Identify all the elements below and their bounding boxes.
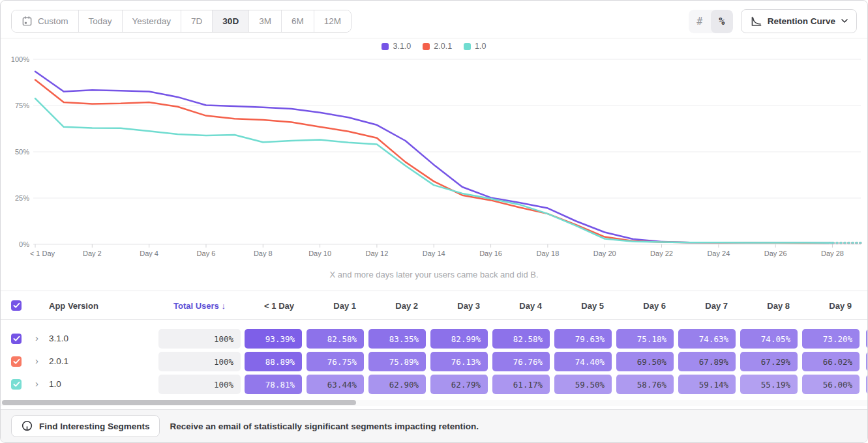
calendar-icon — [22, 16, 33, 27]
retention-cell[interactable]: 74.05% — [740, 329, 798, 349]
retention-cell[interactable]: 55.19% — [740, 375, 798, 394]
retention-cell[interactable]: 76.76% — [492, 352, 550, 371]
total-users-cell: 100% — [158, 375, 241, 394]
expand-chevron-icon[interactable]: › — [35, 332, 38, 343]
retention-cell[interactable]: 61.17% — [492, 375, 550, 394]
column-header--1-day[interactable]: < 1 Day — [245, 301, 294, 311]
legend-item-2.0.1[interactable]: 2.0.1 — [423, 42, 452, 51]
table-row-2.0.1[interactable]: ›2.0.1100%88.89%76.75%75.89%76.13%76.76%… — [1, 352, 867, 371]
retention-cell[interactable]: 79.63% — [554, 329, 612, 349]
check-icon — [13, 358, 20, 365]
column-header-day-8[interactable]: Day 8 — [740, 301, 790, 311]
retention-cell[interactable]: 59.50% — [554, 375, 612, 394]
date-range-today[interactable]: Today — [78, 10, 122, 32]
chart-legend: 3.1.02.0.11.0 — [1, 42, 867, 51]
retention-cell[interactable]: 56.00% — [802, 375, 860, 394]
retention-cell[interactable]: 67.89% — [678, 352, 736, 371]
horizontal-scrollbar-track[interactable] — [1, 400, 867, 406]
chart-type-dropdown[interactable]: Retention Curve — [741, 9, 857, 33]
y-axis-label: 0% — [19, 240, 29, 248]
column-header-day-1[interactable]: Day 1 — [307, 301, 356, 311]
retention-cell[interactable]: 83.35% — [368, 329, 426, 349]
date-range-label: Today — [89, 16, 112, 26]
y-axis-label: 50% — [15, 148, 29, 156]
retention-cell[interactable]: 76.75% — [307, 352, 364, 371]
column-header-day-7[interactable]: Day 7 — [678, 301, 728, 311]
x-axis-label: Day 14 — [423, 250, 445, 257]
date-range-custom[interactable]: Custom — [12, 10, 78, 32]
value-mode-toggle: #% — [689, 10, 733, 33]
x-axis-label: Day 4 — [140, 250, 158, 257]
y-axis-label: 25% — [15, 194, 29, 202]
check-icon — [13, 302, 20, 309]
series-line-1.0[interactable] — [35, 98, 833, 243]
row-version-label: 3.1.0 — [49, 334, 68, 343]
retention-cell[interactable]: 63.44% — [307, 375, 364, 394]
chevron-down-icon — [841, 19, 848, 23]
absolute-mode-icon[interactable]: # — [689, 10, 711, 33]
toolbar-right: #% Retention Curve — [689, 9, 857, 33]
date-range-6m[interactable]: 6M — [281, 10, 314, 32]
column-header-day-4[interactable]: Day 4 — [492, 301, 542, 311]
x-axis-label: Day 2 — [83, 250, 102, 257]
percent-mode-icon[interactable]: % — [711, 10, 733, 33]
find-segments-button[interactable]: Find Interesting Segments — [11, 415, 160, 437]
retention-cell[interactable]: 78.81% — [245, 375, 302, 394]
column-header-day-5[interactable]: Day 5 — [554, 301, 604, 311]
retention-cell[interactable]: 88.89% — [245, 352, 302, 371]
date-range-7d[interactable]: 7D — [181, 10, 212, 32]
retention-curve-icon — [750, 16, 762, 27]
y-axis-label: 75% — [15, 102, 29, 109]
table-row-3.1.0[interactable]: ›3.1.0100%93.39%82.58%83.35%82.99%82.58%… — [1, 329, 867, 349]
retention-cell[interactable]: 62.90% — [368, 375, 426, 394]
retention-cell[interactable]: 82.58% — [307, 329, 364, 349]
retention-cell[interactable]: 62.79% — [430, 375, 488, 394]
chart-type-label: Retention Curve — [768, 16, 835, 26]
horizontal-scrollbar-thumb[interactable] — [2, 400, 356, 405]
column-header-day-6[interactable]: Day 6 — [616, 301, 666, 311]
legend-label: 3.1.0 — [393, 42, 411, 51]
column-header-day-2[interactable]: Day 2 — [368, 301, 418, 311]
row-checkbox-1.0[interactable] — [11, 379, 22, 390]
series-line-2.0.1[interactable] — [35, 80, 833, 243]
series-line-3.1.0[interactable] — [35, 72, 833, 243]
retention-cell[interactable]: 74.40% — [554, 352, 612, 371]
row-checkbox-3.1.0[interactable] — [11, 334, 22, 344]
legend-item-3.1.0[interactable]: 3.1.0 — [382, 42, 411, 51]
x-axis-label: Day 26 — [764, 250, 787, 257]
column-header-total-users[interactable]: Total Users ↓ — [158, 301, 241, 311]
retention-cell[interactable]: 66.02% — [802, 352, 860, 371]
retention-cell[interactable]: 75.18% — [616, 329, 674, 349]
date-range-label: Custom — [38, 16, 68, 26]
retention-cell[interactable]: 73.20% — [802, 329, 860, 349]
retention-cell[interactable]: 59.14% — [678, 375, 736, 394]
legend-label: 1.0 — [475, 42, 486, 51]
legend-swatch — [382, 43, 389, 50]
row-checkbox-2.0.1[interactable] — [11, 356, 22, 367]
column-header-day-3[interactable]: Day 3 — [430, 301, 480, 311]
retention-cell[interactable]: 74.63% — [678, 329, 736, 349]
retention-cell[interactable]: 82.99% — [430, 329, 488, 349]
retention-cell[interactable]: 76.13% — [430, 352, 488, 371]
expand-chevron-icon[interactable]: › — [35, 355, 38, 366]
retention-cell[interactable]: 82.58% — [492, 329, 550, 349]
legend-item-1.0[interactable]: 1.0 — [464, 42, 486, 51]
retention-cell[interactable]: 93.39% — [245, 329, 302, 349]
date-range-12m[interactable]: 12M — [314, 10, 351, 32]
date-range-3m[interactable]: 3M — [248, 10, 281, 32]
date-range-yesterday[interactable]: Yesterday — [122, 10, 181, 32]
date-range-label: 7D — [191, 16, 202, 26]
date-range-label: 12M — [324, 16, 341, 26]
column-header-day-9[interactable]: Day 9 — [802, 301, 852, 311]
x-axis-label: Day 8 — [254, 250, 273, 257]
select-all-checkbox[interactable] — [11, 300, 22, 311]
expand-chevron-icon[interactable]: › — [35, 378, 38, 389]
retention-cell[interactable]: 58.76% — [616, 375, 674, 394]
retention-cell[interactable]: 67.29% — [740, 352, 798, 371]
x-axis-label: Day 16 — [479, 250, 502, 257]
retention-cell[interactable]: 69.50% — [616, 352, 674, 371]
retention-cell[interactable]: 75.89% — [368, 352, 426, 371]
date-range-30d[interactable]: 30D — [212, 10, 248, 32]
footer-bar: Find Interesting Segments Receive an ema… — [1, 409, 867, 442]
table-row-1.0[interactable]: ›1.0100%78.81%63.44%62.90%62.79%61.17%59… — [1, 375, 867, 394]
